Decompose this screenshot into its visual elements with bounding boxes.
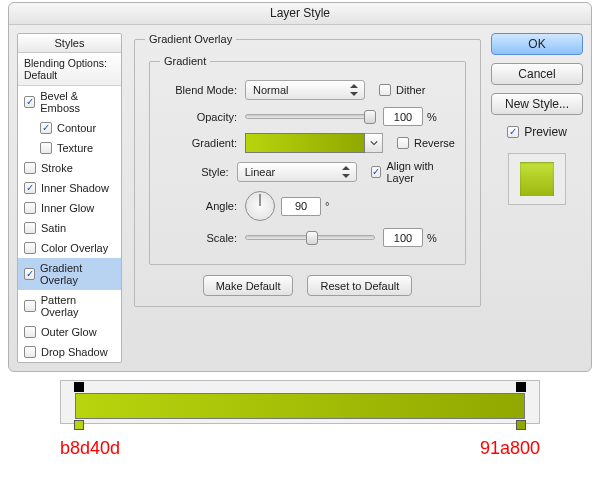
angle-wheel[interactable]	[245, 191, 275, 221]
right-buttons: OK Cancel New Style... Preview	[491, 33, 583, 363]
scale-slider[interactable]	[245, 235, 375, 240]
sidebar-item-label: Color Overlay	[41, 242, 108, 254]
angle-label: Angle:	[160, 200, 245, 212]
sidebar-item-label: Inner Glow	[41, 202, 94, 214]
window-content: Styles Blending Options: Default Bevel &…	[9, 25, 591, 371]
checkbox-icon[interactable]	[40, 142, 52, 154]
checkbox-icon[interactable]	[40, 122, 52, 134]
opacity-slider[interactable]	[245, 114, 375, 119]
blend-mode-label: Blend Mode:	[160, 84, 245, 96]
scale-input[interactable]: 100	[383, 228, 423, 247]
checkbox-icon[interactable]	[24, 222, 36, 234]
angle-input[interactable]: 90	[281, 197, 321, 216]
options-panel: Gradient Overlay Gradient Blend Mode: No…	[122, 33, 491, 363]
color-stop-right[interactable]	[516, 420, 526, 430]
checkbox-icon[interactable]	[24, 96, 35, 108]
style-label: Style:	[160, 166, 237, 178]
gradient-overlay-group: Gradient Overlay Gradient Blend Mode: No…	[134, 33, 481, 307]
opacity-stop-left[interactable]	[74, 382, 84, 392]
sidebar-item-label: Gradient Overlay	[40, 262, 115, 286]
sidebar-item-satin[interactable]: Satin	[18, 218, 121, 238]
new-style-button[interactable]: New Style...	[491, 93, 583, 115]
preview-swatch	[508, 153, 566, 205]
gradient-label: Gradient:	[160, 137, 245, 149]
dither-box	[379, 84, 391, 96]
sidebar-item-label: Texture	[57, 142, 93, 154]
color-labels: b8d40d 91a800	[60, 438, 540, 459]
sidebar-item-color-overlay[interactable]: Color Overlay	[18, 238, 121, 258]
checkbox-icon[interactable]	[24, 202, 36, 214]
checkbox-icon[interactable]	[24, 346, 36, 358]
sidebar-item-inner-glow[interactable]: Inner Glow	[18, 198, 121, 218]
dither-checkbox[interactable]: Dither	[379, 84, 425, 96]
reverse-box	[397, 137, 409, 149]
sidebar-item-texture[interactable]: Texture	[18, 138, 121, 158]
sidebar-subheading[interactable]: Blending Options: Default	[18, 53, 121, 86]
sidebar-item-label: Pattern Overlay	[41, 294, 115, 318]
subgroup-title: Gradient	[160, 55, 210, 67]
gradient-swatch[interactable]	[245, 133, 365, 153]
checkbox-icon[interactable]	[24, 182, 36, 194]
blend-mode-select[interactable]: Normal	[245, 80, 365, 100]
sidebar-item-stroke[interactable]: Stroke	[18, 158, 121, 178]
styles-sidebar: Styles Blending Options: Default Bevel &…	[17, 33, 122, 363]
checkbox-icon[interactable]	[24, 268, 35, 280]
sidebar-item-pattern-overlay[interactable]: Pattern Overlay	[18, 290, 121, 322]
checkbox-icon[interactable]	[24, 300, 36, 312]
sidebar-item-label: Outer Glow	[41, 326, 97, 338]
gradient-dropdown-button[interactable]	[365, 133, 383, 153]
sidebar-item-label: Stroke	[41, 162, 73, 174]
color-stop-left[interactable]	[74, 420, 84, 430]
sidebar-item-bevel-emboss[interactable]: Bevel & Emboss	[18, 86, 121, 118]
left-color-label: b8d40d	[60, 438, 120, 459]
right-color-label: 91a800	[480, 438, 540, 459]
align-checkbox[interactable]: Align with Layer	[371, 160, 455, 184]
opacity-input[interactable]: 100	[383, 107, 423, 126]
ok-button[interactable]: OK	[491, 33, 583, 55]
opacity-stop-right[interactable]	[516, 382, 526, 392]
checkbox-icon[interactable]	[24, 162, 36, 174]
sidebar-item-inner-shadow[interactable]: Inner Shadow	[18, 178, 121, 198]
make-default-button[interactable]: Make Default	[203, 275, 294, 296]
sidebar-item-label: Satin	[41, 222, 66, 234]
reverse-checkbox[interactable]: Reverse	[397, 137, 455, 149]
chevron-down-icon	[370, 139, 378, 147]
style-select[interactable]: Linear	[237, 162, 357, 182]
sidebar-item-drop-shadow[interactable]: Drop Shadow	[18, 342, 121, 362]
titlebar: Layer Style	[9, 3, 591, 25]
sidebar-item-label: Bevel & Emboss	[40, 90, 115, 114]
sidebar-heading[interactable]: Styles	[18, 34, 121, 53]
window-title: Layer Style	[270, 6, 330, 20]
sidebar-item-label: Contour	[57, 122, 96, 134]
gradient-subgroup: Gradient Blend Mode: Normal Dither Opaci…	[149, 55, 466, 265]
scale-label: Scale:	[160, 232, 245, 244]
layer-style-window: Layer Style Styles Blending Options: Def…	[8, 2, 592, 372]
sidebar-item-label: Inner Shadow	[41, 182, 109, 194]
checkbox-icon[interactable]	[24, 326, 36, 338]
cancel-button[interactable]: Cancel	[491, 63, 583, 85]
gradient-bar[interactable]	[75, 393, 525, 419]
sidebar-item-gradient-overlay[interactable]: Gradient Overlay	[18, 258, 121, 290]
preview-checkbox[interactable]: Preview	[507, 125, 567, 139]
sidebar-item-outer-glow[interactable]: Outer Glow	[18, 322, 121, 342]
preview-box	[507, 126, 519, 138]
group-title: Gradient Overlay	[145, 33, 236, 45]
align-box	[371, 166, 382, 178]
gradient-editor	[60, 380, 540, 424]
opacity-label: Opacity:	[160, 111, 245, 123]
sidebar-item-label: Drop Shadow	[41, 346, 108, 358]
reset-default-button[interactable]: Reset to Default	[307, 275, 412, 296]
checkbox-icon[interactable]	[24, 242, 36, 254]
sidebar-item-contour[interactable]: Contour	[18, 118, 121, 138]
